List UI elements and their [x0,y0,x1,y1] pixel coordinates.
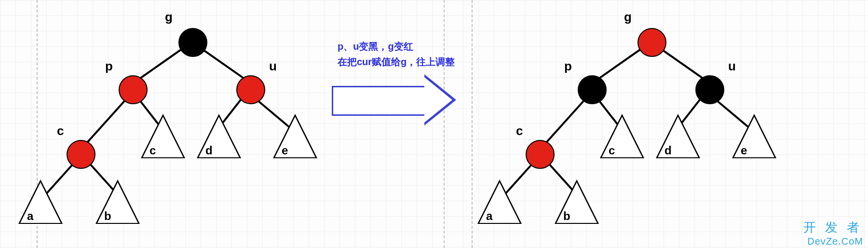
label-p: p [564,59,572,74]
watermark-line1: 开 发 者 [803,219,862,236]
subtree-label: e [282,144,288,157]
subtree-e [732,114,776,158]
arrow-join [424,87,427,111]
diagram-canvas: { "chart_data": [ { "type": "diagram", "… [0,0,868,248]
arrow-head-inner [424,77,452,123]
arrow-body [332,86,427,116]
subtree-d [656,114,700,158]
label-g: g [165,10,173,25]
annotation-line2: 在把cur赋值给g，往上调整 [338,54,455,69]
subtree-label: a [27,209,33,223]
subtree-c [141,114,185,158]
node-u [236,75,265,104]
label-u: u [728,59,736,74]
label-c: c [516,124,523,138]
subtree-label: c [149,144,156,157]
subtree-label: d [665,144,672,157]
tree-after: g p u c c d e a b [464,0,792,248]
subtree-d [197,114,241,158]
label-g: g [624,10,632,25]
label-c: c [57,124,64,138]
watermark-line2: DevZe.CoM [807,236,863,247]
subtree-label: a [486,209,492,223]
label-p: p [105,59,113,74]
label-u: u [269,59,277,74]
subtree-label: d [205,144,213,157]
annotation-line1: p、u变黑，g变红 [338,39,455,54]
node-p [578,75,607,104]
subtree-a [477,179,522,224]
subtree-label: b [104,209,111,223]
subtree-label: b [563,209,570,223]
node-g [178,28,207,57]
subtree-c [600,114,644,158]
node-c [526,140,555,169]
subtree-label: c [609,144,615,157]
node-c [67,140,95,169]
subtree-e [273,114,317,158]
subtree-b [555,179,599,224]
tree-before: g p u c c d e a b [5,0,333,248]
subtree-a [18,179,63,224]
annotation-text: p、u变黑，g变红 在把cur赋值给g，往上调整 [338,39,455,69]
node-g [637,28,666,57]
node-p [119,75,148,104]
node-u [695,75,724,104]
subtree-b [95,179,140,224]
subtree-label: e [741,144,747,157]
